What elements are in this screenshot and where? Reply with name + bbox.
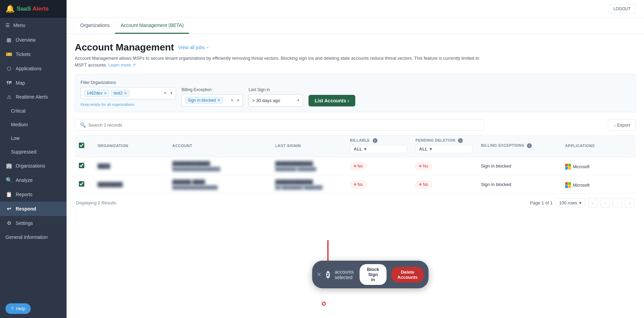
page-description: Account Management allows MSPs to secure… — [75, 55, 484, 68]
sidebar-item-label: Organizations — [16, 163, 45, 169]
rows-per-page-select[interactable]: 100 rows ▾ — [555, 199, 585, 207]
sidebar-item-analyze[interactable]: 🔍 Analyze — [0, 173, 67, 187]
sidebar-item-reports[interactable]: 📋 Reports — [0, 187, 67, 202]
row1-signin: ████████████ ████████ ███████ — [271, 157, 346, 175]
remove-tag-test2[interactable]: ✕ — [124, 91, 127, 96]
sidebar-item-settings[interactable]: ⚙ Settings — [0, 216, 67, 230]
billable-filter-dropdown[interactable]: All ▾ — [350, 145, 407, 153]
remove-tag-1492dev[interactable]: ✕ — [104, 91, 107, 96]
filter-tag-billing: Sign In blocked ✕ — [185, 97, 223, 104]
row2-billable-badge: No — [350, 181, 367, 188]
tab-account-management[interactable]: Account Management (BETA) — [115, 18, 189, 34]
row2-billing-exception: Sign In blocked — [477, 175, 561, 194]
list-accounts-button[interactable]: List Accounts › — [309, 95, 355, 106]
first-page-button[interactable]: « — [588, 198, 598, 207]
selected-label: accounts selected — [335, 269, 355, 280]
row2-app: Microsoft — [561, 175, 636, 194]
alert-icon: ⚠ — [5, 94, 12, 100]
sidebar-item-low[interactable]: Low — [0, 131, 67, 145]
sidebar-item-realtime-alerts[interactable]: ⚠ Realtime Alerts — [0, 90, 67, 104]
menu-header[interactable]: ☰ Menu — [0, 18, 67, 33]
tab-organizations[interactable]: Organizations — [75, 18, 115, 34]
filter-tag-1492dev: 1492dev ✕ — [84, 90, 109, 97]
table-footer: Displaying 2 Results Page 1 of 1 100 row… — [75, 194, 636, 212]
view-all-jobs-link[interactable]: View all jobs→ — [178, 45, 210, 50]
help-icon: ? — [11, 306, 13, 311]
search-input[interactable] — [88, 122, 479, 128]
sidebar-item-label: Overview — [16, 37, 35, 43]
help-label: Help — [16, 306, 25, 311]
filter-billing-group: Billing Exception Sign In blocked ✕ ✕ ▾ — [182, 87, 243, 106]
sidebar-item-label: Low — [11, 135, 20, 141]
sidebar: 🔔 SaaS Alerts ☰ Menu ▦ Overview 🎫 Ticket… — [0, 0, 67, 318]
map-icon: 🗺 — [5, 80, 12, 86]
sidebar-item-applications[interactable]: ⬡ Applications — [0, 61, 67, 76]
microsoft-icon: Microsoft — [565, 164, 590, 170]
close-selection-button[interactable]: ✕ — [317, 271, 321, 278]
filter-billing-label: Billing Exception — [182, 87, 243, 92]
filter-billing-select[interactable]: Sign In blocked ✕ ✕ ▾ — [182, 94, 243, 106]
table-header-row: ORGANIZATION ACCOUNT LAST SIGNIN BILLABL… — [75, 135, 636, 157]
row1-checkbox[interactable] — [79, 163, 84, 168]
bottom-action-bar: ✕ 2 accounts selected Block Sign in Dele… — [312, 261, 429, 288]
selected-count-badge: 2 — [326, 271, 330, 278]
sidebar-item-label: Map — [16, 80, 25, 86]
learn-more-link[interactable]: Learn more ↗ — [108, 62, 136, 68]
sidebar-item-organizations[interactable]: 🏢 Organizations — [0, 159, 67, 173]
pending-chevron: ▾ — [430, 147, 432, 151]
last-page-button[interactable]: » — [625, 198, 634, 207]
filter-organizations-group: Filter Organizations 1492dev ✕ test2 ✕ ✕… — [81, 80, 176, 106]
th-pending-deletion: PENDING DELETION i All ▾ — [411, 135, 477, 157]
billable-info-icon[interactable]: i — [373, 138, 377, 143]
sidebar-item-medium[interactable]: Medium — [0, 118, 67, 131]
tab-bar: Organizations Account Management (BETA) — [67, 18, 644, 34]
sidebar-item-respond[interactable]: ↩ Respond — [0, 202, 67, 216]
pagination: Page 1 of 1 100 rows ▾ « ‹ › » — [530, 198, 634, 207]
menu-icon: ☰ — [5, 23, 10, 28]
row2-org: ████████ — [94, 175, 168, 194]
row1-org: ████ — [94, 157, 168, 175]
pending-info-icon[interactable]: i — [458, 138, 463, 143]
th-billing-exceptions: BILLING EXCEPTIONS i — [477, 135, 561, 157]
filter-org-clear[interactable]: ✕ — [163, 91, 167, 96]
prev-page-button[interactable]: ‹ — [600, 198, 610, 207]
help-button[interactable]: ? Help — [5, 303, 31, 314]
row1-billing-exception: Sign In blocked — [477, 157, 561, 175]
delete-accounts-button[interactable]: Delete Accounts — [391, 267, 424, 283]
respond-icon: ↩ — [5, 206, 12, 212]
sidebar-item-map[interactable]: 🗺 Map — [0, 76, 67, 90]
select-all-checkbox[interactable] — [79, 143, 84, 148]
sidebar-item-suppressed[interactable]: Suppressed — [0, 145, 67, 159]
block-sign-in-button[interactable]: Block Sign in — [359, 264, 386, 285]
sidebar-item-label: Suppressed — [11, 149, 37, 155]
filter-org-chevron[interactable]: ▾ — [170, 91, 172, 96]
sidebar-item-overview[interactable]: ▦ Overview — [0, 33, 67, 47]
filter-bar: Filter Organizations 1492dev ✕ test2 ✕ ✕… — [75, 74, 636, 112]
billing-chevron[interactable]: ▾ — [237, 98, 239, 103]
th-billable: BILLABLE i All ▾ — [346, 135, 412, 157]
filter-org-input[interactable]: 1492dev ✕ test2 ✕ ✕ ▾ — [81, 87, 176, 99]
pending-filter-dropdown[interactable]: All ▾ — [415, 145, 473, 153]
export-button[interactable]: ↓ Export — [608, 119, 636, 131]
sidebar-item-general-info[interactable]: General Information — [0, 230, 67, 244]
row1-pending: No — [411, 157, 477, 175]
billable-chevron: ▾ — [364, 147, 367, 151]
page-content: Account Management View all jobs→ Accoun… — [67, 34, 644, 220]
organizations-icon: 🏢 — [5, 163, 12, 169]
table-section: 🔍 ↓ Export ORGANIZATION — [75, 119, 636, 212]
billing-exc-info-icon[interactable]: i — [527, 143, 532, 148]
sidebar-item-tickets[interactable]: 🎫 Tickets — [0, 47, 67, 61]
filter-org-label: Filter Organizations — [81, 80, 176, 85]
sidebar-item-label: Analyze — [16, 177, 33, 183]
th-last-signin: LAST SIGNIN — [271, 135, 346, 157]
remove-billing-filter[interactable]: ✕ — [217, 98, 220, 103]
displaying-results: Displaying 2 Results — [76, 200, 116, 205]
row2-checkbox[interactable] — [79, 181, 84, 187]
row1-account: ████████████ ██████████████████ — [168, 157, 271, 175]
logout-button[interactable]: LOGOUT — [608, 4, 636, 13]
next-page-button[interactable]: › — [613, 198, 622, 207]
billing-clear[interactable]: ✕ — [230, 98, 234, 103]
sidebar-item-critical[interactable]: Critical — [0, 104, 67, 118]
filter-signin-select[interactable]: > 30 days ago ▾ — [248, 94, 303, 106]
signin-chevron[interactable]: ▾ — [297, 98, 299, 103]
